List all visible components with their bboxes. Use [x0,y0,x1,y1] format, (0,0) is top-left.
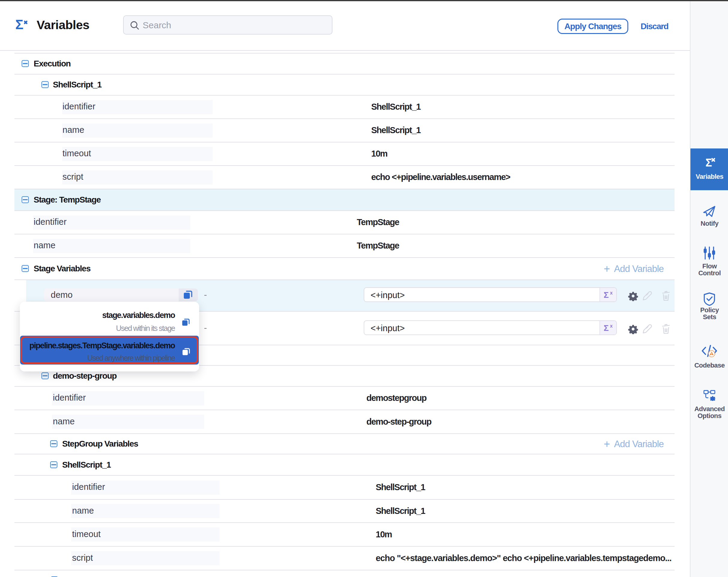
svg-text:Σ: Σ [604,323,609,333]
svg-text:x: x [610,290,613,295]
svg-text:Σ: Σ [15,18,23,31]
svg-text:Σ: Σ [604,290,609,300]
svg-text:x: x [610,323,613,328]
svg-text:Σ: Σ [705,156,712,169]
